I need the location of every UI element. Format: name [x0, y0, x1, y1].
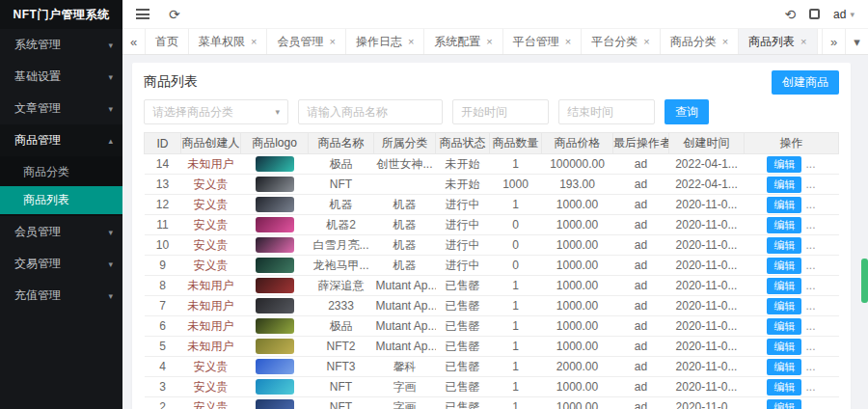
tab[interactable]: 会员管理×: [267, 29, 345, 54]
tab-close-icon[interactable]: ×: [643, 36, 649, 47]
tab[interactable]: 商品列表×: [739, 29, 817, 54]
sidebar-item[interactable]: 会员管理▾: [0, 216, 122, 248]
edit-button[interactable]: 编辑: [767, 298, 801, 314]
cell-creator: 安义贵: [181, 195, 241, 215]
product-logo-image: [256, 237, 294, 253]
more-actions[interactable]: ...: [805, 218, 815, 232]
more-actions[interactable]: ...: [805, 198, 815, 211]
scrollbar-thumb[interactable]: [861, 259, 868, 303]
sidebar-item[interactable]: 交易管理▾: [0, 248, 122, 280]
tab-close-icon[interactable]: ×: [722, 36, 728, 47]
product-logo-image: [256, 258, 294, 273]
chevron-up-icon: ▴: [108, 136, 113, 146]
table-body: 14未知用户极品创世女神...未开始1100000.00ad2022-04-1.…: [145, 154, 839, 409]
tabs: 首页菜单权限×会员管理×操作日志×系统配置×平台管理×平台分类×商品分类×商品列…: [146, 29, 822, 54]
more-actions[interactable]: ...: [805, 319, 815, 333]
end-time-input[interactable]: [558, 99, 655, 124]
sidebar-item[interactable]: 商品管理▴: [0, 124, 122, 156]
product-name-input[interactable]: [298, 99, 443, 124]
tab-close-icon[interactable]: ×: [329, 36, 335, 47]
cell-id: 14: [145, 154, 181, 175]
tab-close-icon[interactable]: ×: [800, 36, 806, 47]
tab[interactable]: 系统配置×: [424, 29, 502, 54]
edit-button[interactable]: 编辑: [767, 278, 801, 294]
edit-button[interactable]: 编辑: [767, 217, 801, 233]
edit-button[interactable]: 编辑: [767, 237, 801, 254]
tabs-scroll-left[interactable]: «: [122, 29, 146, 54]
tab[interactable]: 操作日志×: [346, 29, 424, 54]
sidebar-item[interactable]: 系统管理▾: [0, 29, 122, 61]
edit-button[interactable]: 编辑: [767, 156, 801, 173]
edit-button[interactable]: 编辑: [767, 339, 801, 355]
sidebar-item[interactable]: 文章管理▾: [0, 93, 122, 124]
category-select[interactable]: 请选择商品分类 ▾: [144, 99, 288, 124]
more-actions[interactable]: ...: [805, 238, 815, 252]
edit-button[interactable]: 编辑: [767, 379, 801, 395]
cell-price: 1000.00: [542, 256, 613, 276]
tab[interactable]: 菜单权限×: [189, 29, 267, 54]
cell-price: 1000.00: [542, 377, 613, 397]
user-menu[interactable]: ad ▾: [833, 8, 854, 21]
edit-button[interactable]: 编辑: [767, 318, 801, 335]
more-actions[interactable]: ...: [805, 299, 815, 313]
create-product-button[interactable]: 创建商品: [772, 70, 839, 95]
cell-logo: [241, 276, 309, 296]
refresh-icon[interactable]: ⟳: [169, 8, 180, 21]
tab[interactable]: 平台分类×: [582, 29, 660, 54]
cell-creator: 未知用户: [181, 276, 241, 296]
edit-button[interactable]: 编辑: [767, 258, 801, 274]
cell-qty: 0: [490, 256, 542, 276]
cell-category: [374, 175, 436, 195]
sidebar-item[interactable]: 基础设置▾: [0, 61, 122, 93]
more-actions[interactable]: ...: [805, 177, 815, 191]
start-time-input[interactable]: [452, 99, 549, 124]
sidebar-subitem[interactable]: 商品列表: [0, 186, 122, 214]
more-actions[interactable]: ...: [805, 380, 815, 394]
tabs-scroll-right[interactable]: »: [822, 29, 845, 54]
cell-creator: 安义贵: [181, 357, 241, 377]
sidebar-subitem[interactable]: 商品分类: [0, 158, 122, 186]
cell-logo: [241, 215, 309, 235]
cell-operator: ad: [613, 337, 669, 357]
cell-name: NFT: [309, 175, 374, 195]
table-header-cell: 最后操作者: [613, 133, 669, 154]
cell-operator: ad: [613, 296, 669, 316]
tab-close-icon[interactable]: ×: [565, 36, 571, 47]
table-row: 3安义贵NFT字画已售罄11000.00ad2020-11-0...编辑...: [145, 377, 839, 397]
cell-created: 2022-04-1...: [669, 154, 745, 175]
fullscreen-icon[interactable]: [809, 9, 820, 19]
more-actions[interactable]: ...: [805, 259, 815, 272]
edit-button[interactable]: 编辑: [767, 359, 801, 375]
more-actions[interactable]: ...: [805, 279, 815, 292]
product-logo-image: [256, 298, 294, 314]
cell-operator: ad: [613, 377, 669, 397]
clear-cache-icon[interactable]: ⟲: [784, 8, 796, 21]
tab-label: 商品分类: [670, 34, 717, 50]
edit-button[interactable]: 编辑: [767, 177, 801, 193]
tab-close-icon[interactable]: ×: [251, 36, 257, 47]
product-logo-image: [256, 156, 294, 172]
edit-button[interactable]: 编辑: [767, 197, 801, 213]
cell-creator: 安义贵: [181, 377, 241, 397]
more-actions[interactable]: ...: [805, 340, 815, 353]
cell-operator: ad: [613, 256, 669, 276]
search-button[interactable]: 查询: [665, 99, 709, 124]
tab[interactable]: 平台管理×: [503, 29, 582, 54]
cell-qty: 1: [490, 337, 542, 357]
page-scrollbar[interactable]: [861, 0, 868, 409]
cell-id: 12: [145, 195, 181, 215]
tab[interactable]: 商品分类×: [661, 29, 739, 54]
more-actions[interactable]: ...: [805, 400, 815, 409]
tab-close-icon[interactable]: ×: [408, 36, 414, 47]
menu-fold-icon[interactable]: [136, 9, 149, 19]
sidebar-item[interactable]: 充值管理▾: [0, 280, 122, 312]
more-actions[interactable]: ...: [805, 360, 815, 373]
cell-created: 2020-11-0...: [669, 357, 745, 377]
tab[interactable]: 首页: [146, 29, 189, 54]
cell-logo: [241, 397, 309, 409]
edit-button[interactable]: 编辑: [767, 399, 801, 409]
more-actions[interactable]: ...: [805, 157, 815, 171]
tab-close-icon[interactable]: ×: [486, 36, 492, 47]
product-logo-image: [256, 217, 294, 232]
cell-id: 9: [145, 256, 181, 276]
